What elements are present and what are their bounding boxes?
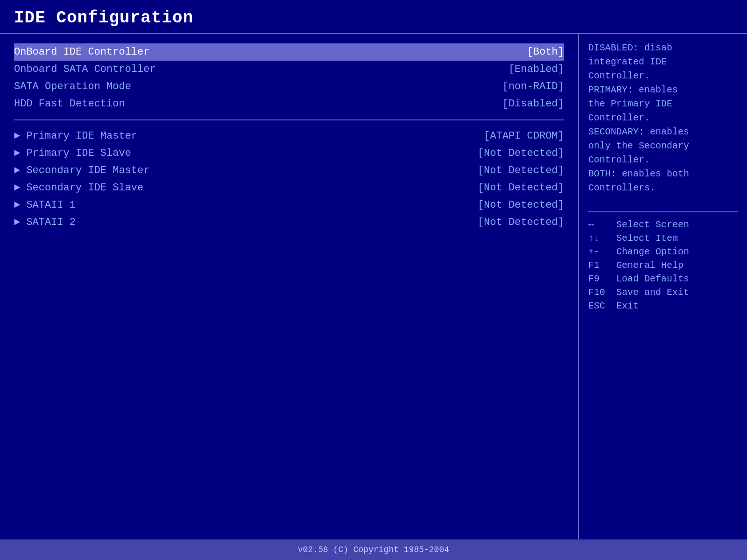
key-symbol: F10 — [588, 287, 609, 298]
key-desc: Load Defaults — [616, 273, 689, 284]
setting-value: [Disabled] — [502, 98, 564, 110]
submenu-name: ► SATAII 1 — [14, 199, 76, 211]
help-text: DISABLED: disab integrated IDE Controlle… — [588, 41, 738, 195]
submenu-row[interactable]: ► Secondary IDE Master[Not Detected] — [14, 162, 564, 179]
settings-row[interactable]: Onboard SATA Controller[Enabled] — [14, 61, 564, 78]
key-row: ↔Select Screen — [588, 219, 738, 230]
settings-row[interactable]: HDD Fast Detection[Disabled] — [14, 95, 564, 112]
key-legend: ↔Select Screen↑↓Select Item+-Change Opti… — [588, 219, 738, 311]
key-desc: Exit — [616, 301, 639, 311]
key-symbol: F1 — [588, 260, 609, 271]
footer: v02.58 (C) Copyright 1985-2004 — [0, 539, 747, 560]
title-bar: IDE Configuration — [0, 0, 747, 34]
submenu-value: [Not Detected] — [478, 147, 564, 159]
submenu-row[interactable]: ► Primary IDE Master[ATAPI CDROM] — [14, 127, 564, 145]
submenu-name: ► Secondary IDE Slave — [14, 182, 143, 194]
key-desc: Save and Exit — [616, 287, 689, 298]
setting-value: [Both] — [527, 46, 564, 58]
setting-name: OnBoard IDE Controller — [14, 46, 149, 58]
submenu-value: [Not Detected] — [478, 182, 564, 194]
key-symbol: ↔ — [588, 219, 609, 230]
submenu-row[interactable]: ► SATAII 2[Not Detected] — [14, 214, 564, 231]
key-row: +-Change Option — [588, 246, 738, 257]
submenu-name: ► Secondary IDE Master — [14, 165, 149, 176]
settings-row[interactable]: OnBoard IDE Controller[Both] — [14, 43, 564, 61]
key-row: ↑↓Select Item — [588, 233, 738, 244]
key-row: ESCExit — [588, 301, 738, 311]
submenu-row[interactable]: ► SATAII 1[Not Detected] — [14, 196, 564, 214]
divider — [14, 119, 564, 120]
submenu-value: [Not Detected] — [478, 165, 564, 176]
submenu-value: [ATAPI CDROM] — [484, 130, 564, 142]
submenu-name: ► SATAII 2 — [14, 217, 76, 228]
key-divider — [588, 211, 738, 212]
left-panel: OnBoard IDE Controller[Both]Onboard SATA… — [0, 34, 579, 539]
submenus-table: ► Primary IDE Master[ATAPI CDROM]► Prima… — [14, 127, 564, 231]
key-desc: Select Item — [616, 233, 678, 244]
key-desc: General Help — [616, 260, 684, 271]
submenu-name: ► Primary IDE Slave — [14, 147, 131, 159]
settings-row[interactable]: SATA Operation Mode[non-RAID] — [14, 78, 564, 95]
bios-screen: IDE Configuration OnBoard IDE Controller… — [0, 0, 747, 560]
main-area: OnBoard IDE Controller[Both]Onboard SATA… — [0, 34, 747, 539]
settings-table: OnBoard IDE Controller[Both]Onboard SATA… — [14, 43, 564, 112]
key-symbol: +- — [588, 246, 609, 257]
setting-name: HDD Fast Detection — [14, 98, 125, 110]
key-desc: Select Screen — [616, 219, 689, 230]
key-row: F10Save and Exit — [588, 287, 738, 298]
page-title: IDE Configuration — [14, 8, 733, 28]
key-desc: Change Option — [616, 246, 689, 257]
submenu-row[interactable]: ► Secondary IDE Slave[Not Detected] — [14, 179, 564, 196]
submenu-name: ► Primary IDE Master — [14, 130, 137, 142]
footer-text: v02.58 (C) Copyright 1985-2004 — [298, 545, 449, 554]
submenu-value: [Not Detected] — [478, 217, 564, 228]
key-symbol: F9 — [588, 273, 609, 284]
right-panel: DISABLED: disab integrated IDE Controlle… — [579, 34, 747, 539]
submenu-value: [Not Detected] — [478, 199, 564, 211]
key-symbol: ESC — [588, 301, 609, 311]
setting-value: [Enabled] — [508, 63, 564, 75]
key-row: F9Load Defaults — [588, 273, 738, 284]
setting-name: SATA Operation Mode — [14, 81, 131, 92]
key-row: F1General Help — [588, 260, 738, 271]
setting-name: Onboard SATA Controller — [14, 63, 156, 75]
submenu-row[interactable]: ► Primary IDE Slave[Not Detected] — [14, 145, 564, 162]
key-symbol: ↑↓ — [588, 233, 609, 244]
setting-value: [non-RAID] — [502, 81, 564, 92]
